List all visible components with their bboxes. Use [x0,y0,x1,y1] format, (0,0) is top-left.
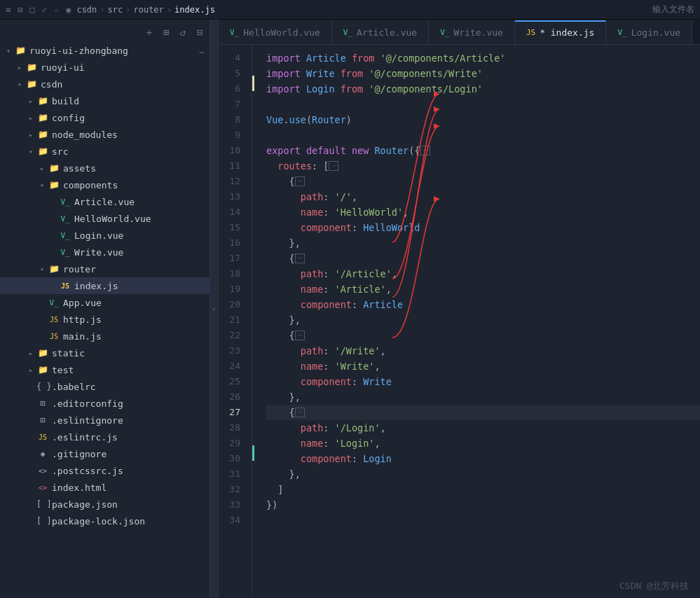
identifier: Login [363,451,392,466]
sidebar-item-helloworld-vue[interactable]: V̲ HelloWorld.vue [0,210,210,227]
plain [266,312,289,328]
string: '@/components/Article' [380,50,506,66]
code-line: component: Write [266,374,700,389]
sidebar-item-assets[interactable]: ▸ 📁 assets [0,160,210,176]
sidebar-item-test[interactable]: ▸ 📁 test [0,361,210,378]
sidebar-item-build[interactable]: ▸ 📁 build [0,92,210,109]
sidebar-item-app-vue[interactable]: V̲ App.vue [0,294,210,311]
sidebar-item-http-js[interactable]: JS http.js [0,311,210,328]
watermark: CSDN @北芳科技 [619,580,689,592]
folder-icon: 📁 [36,130,49,139]
punct: { [289,174,295,189]
menu-icon[interactable]: ≡ [6,5,11,15]
plain [266,220,301,235]
code-line: routes: [ − [266,158,700,174]
punct: , [392,266,397,281]
punct: , [374,359,380,374]
config-icon: <> [36,467,49,475]
sidebar-item-node-modules[interactable]: ▸ 📁 node_modules [0,126,210,143]
tab-write[interactable]: V̲ Write.vue [429,20,515,44]
sidebar-item-static[interactable]: ▸ 📁 static [0,345,210,361]
sidebar-item-babelrc[interactable]: { } .babelrc [0,378,210,395]
tab-login[interactable]: V̲ Login.vue [606,20,692,44]
face-icon[interactable]: ◉ [66,5,71,15]
tab-index[interactable]: JS * index.js [515,20,607,44]
sidebar-item-postcssrc[interactable]: <> .postcssrc.js [0,462,210,479]
punct: , [386,281,392,297]
vue-icon: V̲ [59,197,71,207]
refresh-btn[interactable]: ↺ [176,25,190,39]
sidebar-item-index-js[interactable]: JS index.js [0,277,210,294]
folder-icon: 📁 [36,96,49,106]
sidebar-label: csdn [41,79,62,90]
back-icon[interactable]: ⊟ [18,5,22,15]
sidebar-item-config[interactable]: ▸ 📁 config [0,109,210,126]
sidebar-item-index-html[interactable]: <> index.html [0,479,210,496]
keyword: import [266,50,306,66]
tab-label: Article.vue [357,27,417,38]
sidebar-item-article-vue[interactable]: V̲ Article.vue [0,193,210,210]
sidebar-item-router[interactable]: ▾ 📁 router [0,260,210,277]
arrow-icon: ▾ [14,81,25,88]
vue-icon: V̲ [440,28,449,37]
keyword: import [266,66,306,81]
fold-icon[interactable]: − [295,176,305,186]
line-num: 34 [219,513,246,528]
tab-helloworld[interactable]: V̲ HelloWorld.vue [219,20,332,44]
search-file-label: 输入文件名 [652,4,694,14]
sidebar-label: ruoyi-ui [41,62,85,73]
sidebar-item-package-lock-json[interactable]: [ ] package-lock.json [0,513,210,529]
json-icon: [ ] [36,516,49,526]
sidebar-item-csdn[interactable]: ▾ 📁 csdn [0,76,210,92]
fold-icon[interactable]: − [295,331,305,340]
new-folder-btn[interactable]: ⊞ [159,25,173,39]
sidebar-item-components[interactable]: ▾ 📁 components [0,176,210,193]
top-bar-icons: ≡ ⊟ □ ✓ ☆ ◉ [6,5,71,15]
sidebar-item-ruoyi-ui[interactable]: ▸ 📁 ruoyi-ui [0,59,210,76]
sidebar-label: Article.vue [74,197,135,207]
sidebar-item-main-js[interactable]: JS main.js [0,328,210,345]
star-icon[interactable]: ☆ [54,5,59,15]
arrow-icon[interactable]: ✓ [42,5,47,15]
sep2: › [125,5,130,15]
vue-icon: V̲ [230,28,239,37]
line-num: 16 [219,235,246,251]
sidebar-label: router [63,264,96,274]
tab-article[interactable]: V̲ Article.vue [332,20,429,44]
sidebar-collapse-handle[interactable]: ‹ [210,20,219,598]
sep1: › [99,5,104,15]
sidebar-item-package-json[interactable]: [ ] package.json [0,496,210,513]
punct: . [283,112,289,127]
code-content[interactable]: import Article from '@/components/Articl… [255,45,700,598]
code-line: }, [266,235,700,251]
line-num: 18 [219,266,246,281]
string: '@/components/Login' [369,81,483,97]
plain [266,235,289,251]
sidebar-item-gitignore[interactable]: ◈ .gitignore [0,445,210,462]
sidebar-label: components [63,180,118,190]
breadcrumb-file: index.js [174,5,215,15]
sidebar-label: .postcssrc.js [52,466,123,476]
plain [266,436,301,451]
sidebar-item-editorconfig[interactable]: ⊡ .editorconfig [0,395,210,412]
tab-label: HelloWorld.vue [243,27,320,38]
sidebar-item-src[interactable]: ▾ 📁 src [0,143,210,160]
window-icon[interactable]: □ [29,5,34,15]
code-line: component: Login [266,451,700,466]
fold-icon[interactable]: − [420,146,430,155]
fold-icon[interactable]: − [295,408,305,417]
sidebar-item-login-vue[interactable]: V̲ Login.vue [0,227,210,244]
new-file-btn[interactable]: + [142,25,156,39]
sidebar-item-write-vue[interactable]: V̲ Write.vue [0,244,210,260]
sidebar-item-eslintignore[interactable]: ⊡ .eslintignore [0,412,210,429]
punct: : [323,189,334,204]
sidebar-item-ruoyi-ui-zhongbang[interactable]: ▾ 📁 ruoyi-ui-zhongbang … [0,42,210,59]
punct: , [374,436,380,451]
collapse-btn[interactable]: ⊟ [193,25,207,39]
fold-icon[interactable]: − [295,253,305,263]
folder-icon: 📁 [48,163,60,173]
code-line: path: '/Article', [266,266,700,281]
identifier: Write [363,374,392,389]
fold-icon[interactable]: − [329,161,338,171]
sidebar-item-eslintrc-js[interactable]: JS .eslintrc.js [0,429,210,445]
